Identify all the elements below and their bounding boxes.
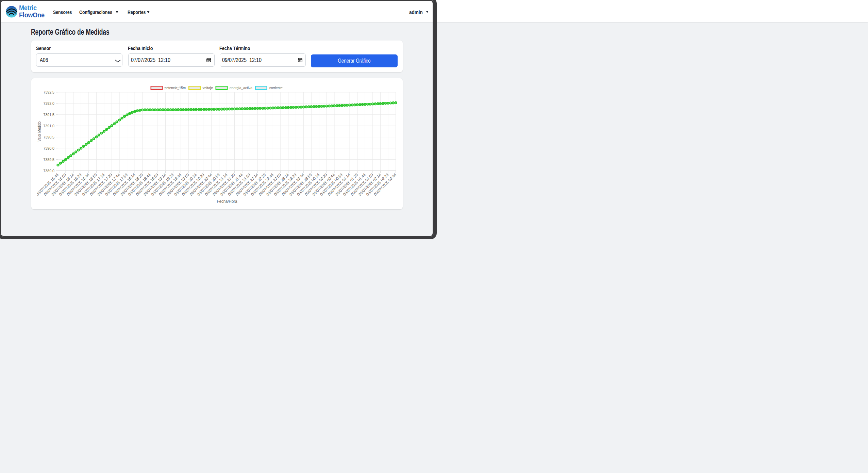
svg-text:7389,0: 7389,0 — [44, 169, 54, 173]
svg-text:7389,5: 7389,5 — [44, 158, 54, 162]
svg-text:7390,0: 7390,0 — [44, 146, 54, 150]
svg-text:Fecha/Hora: Fecha/Hora — [217, 199, 237, 204]
svg-text:7390,5: 7390,5 — [44, 135, 54, 139]
svg-text:Valor Medido: Valor Medido — [37, 121, 42, 141]
svg-text:7391,0: 7391,0 — [44, 124, 54, 128]
svg-text:7391,5: 7391,5 — [44, 113, 54, 117]
svg-text:7392,0: 7392,0 — [44, 101, 54, 105]
svg-text:7392,5: 7392,5 — [44, 90, 54, 94]
svg-text:energia_activa: energia_activa — [230, 86, 253, 90]
